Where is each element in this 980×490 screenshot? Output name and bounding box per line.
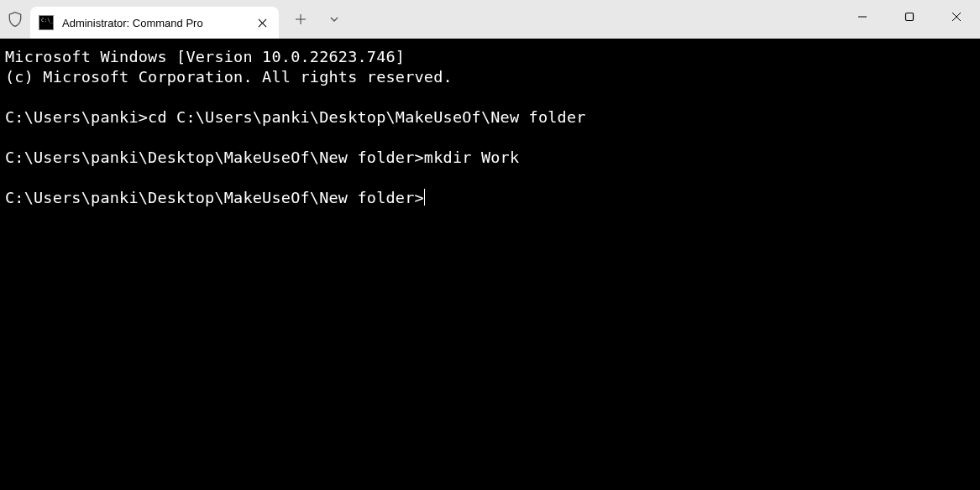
titlebar: C:\_ Administrator: Command Pro [0,0,980,39]
window-controls [839,0,980,34]
tab-title: Administrator: Command Pro [62,17,247,29]
terminal-line [5,87,975,107]
close-window-button[interactable] [933,0,980,34]
svg-rect-5 [906,13,914,21]
terminal-line [5,168,975,188]
terminal-output[interactable]: Microsoft Windows [Version 10.0.22623.74… [0,39,980,490]
close-tab-button[interactable] [254,14,270,31]
active-tab[interactable]: C:\_ Administrator: Command Pro [30,7,279,39]
cmd-icon: C:\_ [39,15,54,30]
terminal-line: C:\Users\panki\Desktop\MakeUseOf\New fol… [5,148,975,168]
terminal-line: C:\Users\panki>cd C:\Users\panki\Desktop… [5,107,975,128]
maximize-button[interactable] [886,0,933,34]
cursor [424,189,426,206]
terminal-line: (c) Microsoft Corporation. All rights re… [5,67,975,87]
tab-actions [284,0,351,39]
terminal-line: Microsoft Windows [Version 10.0.22623.74… [5,47,975,67]
shield-icon [0,0,30,39]
terminal-line: C:\Users\panki\Desktop\MakeUseOf\New fol… [5,188,975,208]
tab-dropdown-button[interactable] [317,6,351,33]
minimize-button[interactable] [839,0,886,34]
new-tab-button[interactable] [284,6,317,33]
terminal-line [5,128,975,148]
